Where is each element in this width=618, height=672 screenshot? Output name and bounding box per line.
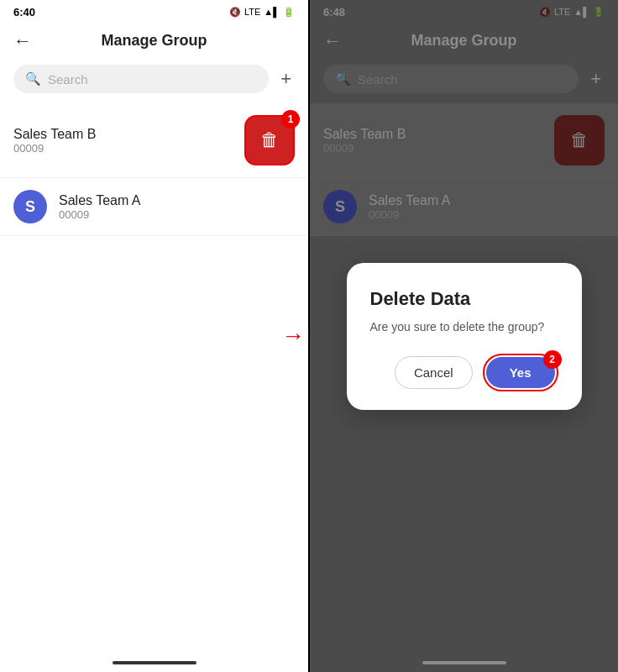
home-bar-left — [0, 654, 308, 672]
annotation-2: 2 — [543, 350, 562, 369]
left-panel: 6:40 🔇 LTE ▲▌ 🔋 ← Manage Group 🔍 Search … — [0, 0, 308, 672]
status-icons-left: 🔇 LTE ▲▌ 🔋 — [229, 7, 295, 18]
lte-icon-left: LTE — [244, 7, 260, 17]
search-bar-left: 🔍 Search + — [13, 65, 295, 93]
item-name-0-left: Sales Team B — [13, 127, 96, 142]
item-code-0-left: 00009 — [13, 142, 96, 155]
list-item-0-left[interactable]: Sales Team B 00009 🗑 1 — [0, 103, 308, 178]
yes-button-wrap: Yes 2 — [483, 354, 558, 391]
trash-icon-left: 🗑 — [260, 129, 279, 151]
status-time-left: 6:40 — [13, 6, 35, 18]
avatar-left: S — [13, 190, 47, 223]
annotation-1: 1 — [281, 110, 300, 129]
item-text-0-left: Sales Team B 00009 — [13, 127, 96, 155]
dialog-message: Are you sure to delete the group? — [370, 320, 558, 333]
search-icon-left: 🔍 — [25, 71, 41, 87]
dialog-buttons: Cancel Yes 2 — [370, 354, 558, 391]
right-panel: 6:48 🔇 LTE ▲▌ 🔋 ← Manage Group 🔍 Search … — [310, 0, 618, 672]
list-item-1-left[interactable]: S Sales Team A 00009 — [0, 178, 308, 236]
delete-dialog: Delete Data Are you sure to delete the g… — [347, 263, 582, 410]
dialog-overlay: Delete Data Are you sure to delete the g… — [310, 0, 618, 672]
group-list-left: Sales Team B 00009 🗑 1 S Sales Team A 00… — [0, 100, 308, 654]
swipe-delete-wrap-left: 🗑 1 — [244, 115, 295, 165]
item-code-1-left: 00009 — [59, 208, 141, 221]
status-bar-left: 6:40 🔇 LTE ▲▌ 🔋 — [0, 0, 308, 24]
signal-icon-left: ▲▌ — [264, 7, 280, 17]
back-button-left[interactable]: ← — [13, 30, 32, 52]
search-input-wrap-left[interactable]: 🔍 Search — [13, 65, 269, 93]
item-name-1-left: Sales Team A — [59, 193, 141, 208]
search-placeholder-left: Search — [48, 72, 88, 87]
dialog-title: Delete Data — [370, 288, 558, 310]
mute-icon-left: 🔇 — [229, 7, 241, 18]
top-nav-left: ← Manage Group — [0, 24, 308, 58]
battery-icon-left: 🔋 — [283, 7, 295, 18]
item-text-1-left: Sales Team A 00009 — [59, 193, 141, 221]
page-title-left: Manage Group — [101, 32, 207, 50]
cancel-button[interactable]: Cancel — [395, 356, 473, 389]
add-button-left[interactable]: + — [277, 65, 295, 93]
home-bar-line-left — [113, 661, 196, 664]
